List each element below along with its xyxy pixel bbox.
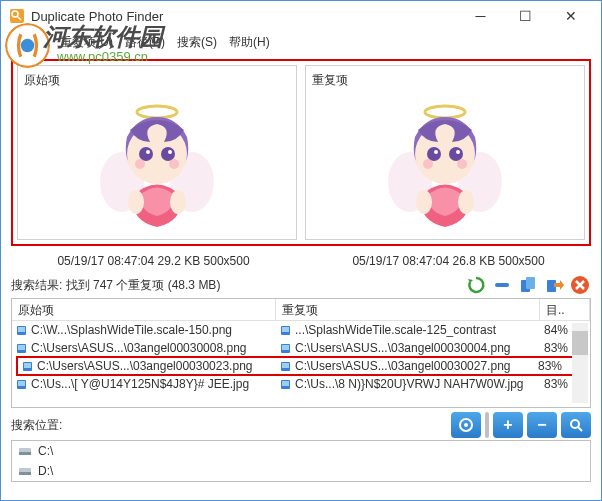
col-match[interactable]: 目..: [540, 299, 590, 320]
svg-line-53: [578, 427, 582, 431]
table-row[interactable]: C:\W...\SplashWideTile.scale-150.png...\…: [12, 321, 590, 339]
drive-icon: [18, 464, 32, 478]
col-duplicate[interactable]: 重复项: [276, 299, 540, 320]
cell-original: C:\W...\SplashWideTile.scale-150.png: [12, 322, 276, 338]
cell-duplicate: ...\SplashWideTile.scale-125_contrast: [276, 322, 540, 338]
svg-rect-29: [495, 283, 509, 287]
results-table: 原始项 重复项 目.. C:\W...\SplashWideTile.scale…: [11, 298, 591, 408]
remove-button[interactable]: [491, 274, 513, 296]
svg-point-11: [161, 147, 175, 161]
drive-path: C:\: [38, 444, 53, 458]
svg-rect-41: [282, 345, 289, 350]
svg-point-24: [456, 150, 460, 154]
app-icon: [9, 8, 25, 24]
svg-point-22: [434, 150, 438, 154]
window-title: Duplicate Photo Finder: [31, 9, 163, 24]
svg-point-28: [458, 190, 474, 214]
svg-point-26: [457, 159, 467, 169]
duplicate-info: 05/19/17 08:47:04 26.8 KB 500x500: [306, 254, 591, 268]
chibi-image-duplicate: [380, 92, 510, 232]
menu-search[interactable]: 搜索(S): [177, 34, 217, 51]
drive-path: D:\: [38, 464, 53, 478]
original-info: 05/19/17 08:47:04 29.2 KB 500x500: [11, 254, 296, 268]
svg-point-10: [146, 150, 150, 154]
svg-point-16: [170, 190, 186, 214]
cell-duplicate: C:\Users\ASUS...\03angel00030004.png: [276, 340, 540, 356]
table-row[interactable]: C:\Users\ASUS...\03angel00030008.pngC:\U…: [12, 339, 590, 357]
original-label: 原始项: [24, 72, 290, 89]
svg-point-15: [128, 190, 144, 214]
chibi-image-original: [92, 92, 222, 232]
menu-path[interactable]: 路径(P): [125, 34, 165, 51]
cell-original: C:\Users\ASUS...\03angel00030008.png: [12, 340, 276, 356]
duplicate-label: 重复项: [312, 72, 578, 89]
results-scrollbar[interactable]: [572, 323, 588, 403]
original-thumbnail[interactable]: [46, 91, 268, 233]
maximize-button[interactable]: ☐: [503, 2, 548, 30]
svg-point-21: [427, 147, 441, 161]
remove-location-button[interactable]: −: [527, 412, 557, 438]
cell-original: C:\Users\ASUS...\03angel00030023.png: [18, 358, 276, 374]
svg-point-27: [416, 190, 432, 214]
svg-rect-35: [18, 327, 25, 332]
menubar: 文件(F) 重复项(U) 路径(P) 搜索(S) 帮助(H): [1, 31, 601, 53]
svg-rect-45: [282, 363, 289, 368]
svg-rect-49: [282, 381, 289, 386]
svg-rect-43: [24, 363, 31, 368]
svg-point-9: [139, 147, 153, 161]
svg-point-23: [449, 147, 463, 161]
svg-rect-47: [18, 381, 25, 386]
menu-duplicates[interactable]: 重复项(U): [60, 34, 113, 51]
svg-point-59: [28, 473, 30, 475]
svg-point-51: [464, 423, 468, 427]
table-row[interactable]: C:\Us...\[ Y@U14Y125N$4J8Y}# JEE.jpgC:\U…: [12, 375, 590, 393]
copy-button[interactable]: [517, 274, 539, 296]
cell-duplicate: C:\Users\ASUS...\03angel00030027.png: [276, 358, 534, 374]
refresh-button[interactable]: [465, 274, 487, 296]
preview-area: 原始项 重复项: [11, 59, 591, 246]
close-button[interactable]: ✕: [548, 2, 593, 30]
svg-point-13: [135, 159, 145, 169]
cell-original: C:\Us...\[ Y@U14Y125N$4J8Y}# JEE.jpg: [12, 376, 276, 392]
svg-point-12: [168, 150, 172, 154]
svg-rect-37: [282, 327, 289, 332]
preview-info-row: 05/19/17 08:47:04 29.2 KB 500x500 05/19/…: [1, 250, 601, 270]
delete-button[interactable]: [569, 274, 591, 296]
svg-point-25: [423, 159, 433, 169]
cell-duplicate: C:\Us...\8 N)}N$20U}VRWJ NAH7W0W.jpg: [276, 376, 540, 392]
col-original[interactable]: 原始项: [12, 299, 276, 320]
svg-rect-39: [18, 345, 25, 350]
duplicate-preview-box: 重复项: [305, 65, 585, 240]
location-row[interactable]: D:\: [12, 461, 590, 481]
svg-point-56: [28, 453, 30, 455]
svg-point-14: [169, 159, 179, 169]
move-button[interactable]: [543, 274, 565, 296]
location-row[interactable]: C:\: [12, 441, 590, 461]
svg-rect-31: [526, 277, 535, 289]
titlebar: Duplicate Photo Finder ─ ☐ ✕: [1, 1, 601, 31]
location-settings-button[interactable]: [451, 412, 481, 438]
scrollbar-thumb[interactable]: [572, 331, 588, 355]
duplicate-thumbnail[interactable]: [334, 91, 556, 233]
minimize-button[interactable]: ─: [458, 2, 503, 30]
svg-point-52: [571, 420, 579, 428]
menu-help[interactable]: 帮助(H): [229, 34, 270, 51]
drive-icon: [18, 444, 32, 458]
svg-point-5: [137, 106, 177, 118]
menu-file[interactable]: 文件(F): [9, 34, 48, 51]
add-location-button[interactable]: +: [493, 412, 523, 438]
separator: [485, 412, 489, 438]
svg-point-17: [425, 106, 465, 118]
results-summary: 搜索结果: 找到 747 个重复项 (48.3 MB): [11, 277, 220, 294]
locations-label: 搜索位置:: [11, 417, 62, 434]
table-row[interactable]: C:\Users\ASUS...\03angel00030023.pngC:\U…: [12, 357, 590, 375]
original-preview-box: 原始项: [17, 65, 297, 240]
search-location-button[interactable]: [561, 412, 591, 438]
locations-list: C:\D:\: [11, 440, 591, 482]
